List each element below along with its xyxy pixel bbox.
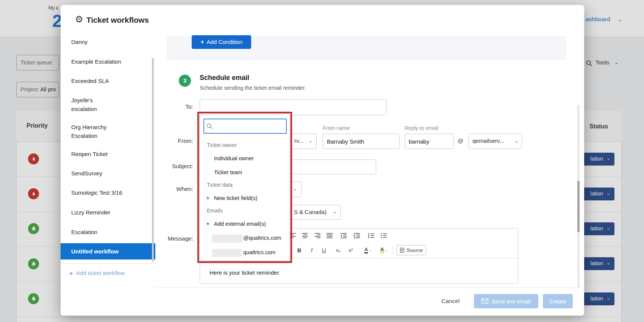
envelope-icon bbox=[481, 299, 488, 304]
sidebar-item-workflow[interactable]: Org Hierarchy Escalation bbox=[71, 123, 119, 140]
plus-icon: + bbox=[200, 39, 204, 45]
from-label: From: bbox=[148, 138, 193, 144]
align-left-icon bbox=[290, 233, 296, 238]
italic-button[interactable]: I bbox=[307, 245, 316, 255]
outdent-icon bbox=[341, 233, 347, 238]
dropdown-email-option[interactable]: @qualtrics.com bbox=[243, 235, 281, 241]
indent-icon bbox=[354, 233, 360, 238]
outdent-button[interactable] bbox=[339, 231, 348, 240]
superscript-label: x² bbox=[349, 247, 353, 253]
chevron-down-icon: ⌄ bbox=[369, 248, 372, 252]
background-color-button[interactable]: A⌄ bbox=[378, 245, 390, 255]
modal-footer: Cancel Send test email Create bbox=[155, 288, 584, 316]
dropdown-add-option[interactable]: New ticket field(s) bbox=[214, 195, 257, 201]
gear-icon: ⚙ bbox=[75, 14, 83, 25]
superscript-button[interactable]: x² bbox=[346, 245, 355, 255]
align-right-icon bbox=[314, 233, 320, 238]
sidebar-item-workflow[interactable]: Sumologic Test 3/16 bbox=[71, 188, 122, 197]
redacted-text-block bbox=[212, 249, 242, 257]
bullet-list-button[interactable] bbox=[379, 231, 388, 240]
reply-to-input[interactable] bbox=[405, 134, 454, 149]
italic-label: I bbox=[311, 247, 313, 253]
step-number-badge: 3 bbox=[179, 75, 191, 87]
underline-button[interactable]: U bbox=[319, 245, 328, 255]
dropdown-group-label: Emails bbox=[207, 208, 223, 214]
sidebar-item-selected[interactable]: Untitled workflow bbox=[61, 243, 155, 259]
sidebar-scrollbar[interactable] bbox=[152, 58, 154, 262]
ordered-list-button[interactable] bbox=[367, 231, 376, 240]
align-center-icon bbox=[302, 233, 308, 238]
text-color-button[interactable]: A⌄ bbox=[362, 245, 374, 255]
subscript-button[interactable]: x₂ bbox=[334, 245, 343, 255]
add-workflow-label: Add ticket workflow bbox=[76, 270, 125, 276]
chevron-down-icon: ⌄ bbox=[333, 209, 337, 214]
add-condition-label: Add Condition bbox=[207, 39, 242, 45]
screen: My a 2 ashboard ⌄ Ticket queue: Project:… bbox=[0, 0, 644, 322]
modal-title: Ticket workflows bbox=[86, 16, 149, 25]
reply-domain-select[interactable]: qemailserv... ⌄ bbox=[468, 134, 522, 149]
from-domain-value: rv... bbox=[294, 138, 303, 144]
indent-button[interactable] bbox=[352, 231, 361, 240]
add-ticket-workflow-button[interactable]: +Add ticket workflow bbox=[69, 269, 125, 278]
modal-scrollbar-thumb[interactable] bbox=[577, 181, 580, 232]
text-color-icon: A bbox=[364, 247, 368, 253]
sidebar-divider bbox=[61, 263, 155, 264]
reply-domain-value: qemailserv... bbox=[472, 138, 512, 144]
ordered-list-icon bbox=[368, 233, 374, 238]
underline-label: U bbox=[322, 247, 326, 253]
align-justify-button[interactable] bbox=[325, 231, 334, 240]
dropdown-option[interactable]: Ticket team bbox=[214, 169, 242, 175]
send-test-email-button[interactable]: Send test email bbox=[474, 294, 538, 308]
dropdown-group-label: Ticket data bbox=[207, 182, 233, 188]
sidebar-item-workflow[interactable]: Danny bbox=[71, 38, 88, 46]
bold-button[interactable]: B bbox=[295, 245, 304, 255]
chevron-down-icon: ⌄ bbox=[514, 138, 519, 144]
dropdown-add-option[interactable]: Add external email(s) bbox=[214, 221, 266, 227]
message-body-text[interactable]: Here is your ticket reminder. bbox=[209, 269, 280, 276]
sidebar-item-workflow[interactable]: SendSurvey bbox=[71, 169, 102, 178]
chevron-down-icon: ⌄ bbox=[293, 186, 297, 192]
chevron-down-icon: ⌄ bbox=[385, 248, 388, 252]
step-subtitle: Schedule sending the ticket email remind… bbox=[200, 85, 306, 91]
dropdown-email-option[interactable]: qualtrics.com bbox=[243, 249, 275, 255]
bold-label: B bbox=[297, 247, 302, 253]
source-label: Source bbox=[406, 247, 423, 253]
toolbar-divider bbox=[392, 246, 393, 254]
create-button[interactable]: Create bbox=[543, 294, 573, 308]
to-label: To: bbox=[148, 103, 193, 110]
to-field-dropdown: Ticket owner Individual owner Ticket tea… bbox=[199, 114, 290, 261]
align-right-button[interactable] bbox=[313, 231, 322, 240]
sidebar-item-workflow[interactable]: Joyelle's escalation bbox=[71, 96, 107, 113]
chevron-down-icon: ⌄ bbox=[308, 138, 313, 144]
sidebar-item-workflow[interactable]: Escalation bbox=[71, 228, 97, 236]
step-title: Schedule email bbox=[200, 74, 249, 82]
sidebar-item-workflow[interactable]: Exceeded SLA bbox=[71, 77, 109, 85]
plus-icon: + bbox=[206, 195, 209, 202]
message-label: Message: bbox=[148, 235, 193, 242]
plus-icon: + bbox=[69, 269, 73, 277]
dropdown-option[interactable]: Individual owner bbox=[214, 155, 254, 161]
send-test-email-label: Send test email bbox=[491, 298, 530, 305]
from-name-label: From name bbox=[323, 125, 350, 131]
sidebar-item-workflow[interactable]: Reopen Ticket bbox=[71, 150, 108, 158]
sidebar-item-workflow[interactable]: Example Escalation bbox=[71, 57, 121, 66]
timezone-value: S & Canada) bbox=[294, 209, 327, 215]
dropdown-search-input[interactable] bbox=[203, 119, 287, 134]
workflow-sidebar: Danny Example Escalation Exceeded SLA Jo… bbox=[61, 34, 155, 316]
cancel-button[interactable]: Cancel bbox=[441, 298, 460, 305]
reply-to-label: Reply-to email bbox=[405, 125, 438, 131]
create-label: Create bbox=[549, 298, 566, 305]
align-center-button[interactable] bbox=[300, 231, 309, 240]
align-justify-icon bbox=[327, 233, 333, 238]
sidebar-item-workflow[interactable]: Lizzy Reminder bbox=[71, 208, 110, 217]
search-icon bbox=[206, 123, 213, 130]
subject-label: Subject: bbox=[148, 163, 193, 170]
to-input[interactable] bbox=[200, 99, 386, 115]
from-name-input[interactable] bbox=[323, 134, 400, 149]
at-symbol: @ bbox=[458, 138, 463, 144]
add-condition-button[interactable]: +Add Condition bbox=[192, 35, 251, 49]
subscript-label: x₂ bbox=[336, 247, 341, 253]
source-button[interactable]: Source bbox=[397, 245, 426, 255]
ticket-workflows-modal: ⚙ Ticket workflows Danny Example Escalat… bbox=[61, 5, 584, 316]
background-color-icon: A bbox=[380, 247, 384, 253]
